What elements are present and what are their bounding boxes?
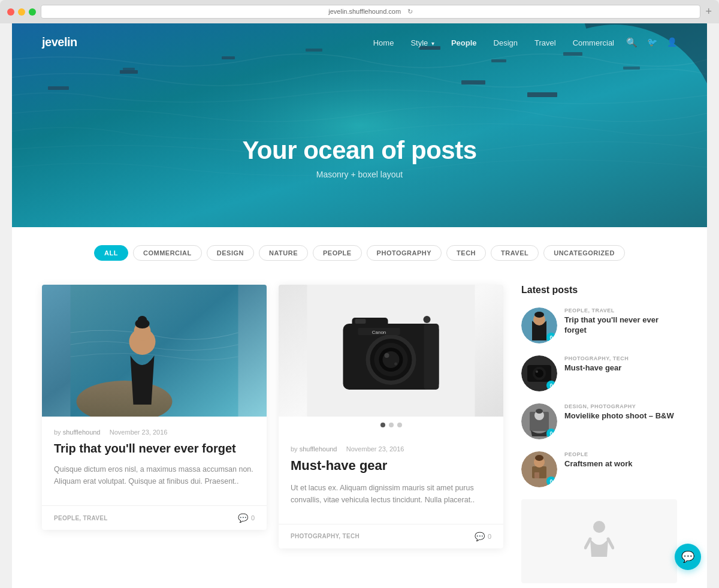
latest-post-2-cat: PHOTOGRAPHY, TECH — [564, 355, 629, 361]
page-wrapper: jevelin Home Style ▾ People Design Trave… — [12, 23, 707, 588]
post-card-2: Canon by shufflehound — [279, 285, 503, 548]
svg-point-40 — [535, 369, 543, 378]
svg-rect-29 — [424, 324, 439, 390]
post-2-title[interactable]: Must-have gear — [291, 457, 491, 475]
chat-bubble[interactable]: 💬 — [675, 544, 701, 570]
filter-nature[interactable]: NATURE — [259, 245, 308, 261]
url-text: jevelin.shufflehound.com — [328, 8, 401, 15]
sidebar: Latest posts 0 PEOPLE, TRAVEL Trip that … — [521, 285, 677, 583]
post-1-date: November 23, 2016 — [110, 429, 168, 436]
svg-rect-2 — [120, 70, 138, 74]
filter-section: ALL COMMERCIAL DESIGN NATURE PEOPLE PHOT… — [12, 227, 707, 273]
post-1-comments: 💬 0 — [238, 513, 255, 523]
user-icon[interactable]: 👤 — [667, 37, 677, 48]
post-1-title[interactable]: Trip that you'll never ever forget — [54, 441, 255, 456]
hero-content: Your ocean of posts Masonry + boxel layo… — [12, 136, 707, 179]
latest-post-2[interactable]: 0 PHOTOGRAPHY, TECH Must-have gear — [521, 355, 677, 391]
svg-point-45 — [536, 409, 543, 414]
nav-people[interactable]: People — [451, 38, 477, 47]
latest-post-1[interactable]: 0 PEOPLE, TRAVEL Trip that you'll never … — [521, 307, 677, 343]
comment-bubble-icon: 💬 — [238, 513, 248, 523]
svg-point-18 — [138, 316, 147, 325]
browser-dots — [7, 8, 36, 16]
svg-rect-10 — [461, 80, 485, 85]
latest-post-1-thumb: 0 — [521, 307, 557, 343]
svg-point-27 — [385, 353, 389, 358]
carousel-dot-3[interactable] — [397, 423, 402, 427]
filter-commercial[interactable]: COMMERCIAL — [133, 245, 202, 261]
sidebar-title: Latest posts — [521, 285, 677, 295]
latest-post-1-badge: 0 — [546, 333, 556, 342]
latest-post-1-title[interactable]: Trip that you'll never ever forget — [564, 315, 677, 336]
latest-post-1-cat: PEOPLE, TRAVEL — [564, 307, 677, 313]
address-bar[interactable]: jevelin.shufflehound.com ↻ — [41, 5, 700, 19]
post-2-image[interactable]: Canon — [279, 285, 503, 417]
nav-commercial[interactable]: Commercial — [573, 38, 614, 47]
latest-post-2-title[interactable]: Must-have gear — [564, 363, 629, 373]
post-2-author-label: by — [291, 445, 300, 453]
refresh-icon[interactable]: ↻ — [407, 8, 413, 15]
post-1-tags: PEOPLE, TRAVEL — [54, 515, 108, 521]
filter-tech[interactable]: TECH — [446, 245, 486, 261]
post-1-author-label: by — [54, 429, 63, 436]
nav-icons: 🔍 🐦 👤 — [626, 37, 677, 48]
post-1-footer: PEOPLE, TRAVEL 💬 0 — [42, 505, 267, 530]
svg-rect-11 — [527, 92, 557, 97]
svg-rect-12 — [48, 86, 69, 90]
sidebar-ad-icon — [584, 518, 614, 565]
post-1-comment-count: 0 — [251, 514, 255, 521]
filter-people[interactable]: PEOPLE — [313, 245, 362, 261]
latest-post-3-info: DESIGN, PHOTOGRAPHY Movielike photo shoo… — [564, 403, 674, 421]
dot-yellow — [18, 8, 25, 16]
filter-uncategorized[interactable]: UNCATEGORIZED — [543, 245, 625, 261]
latest-post-3-thumb: 0 — [521, 403, 557, 439]
svg-point-30 — [424, 316, 431, 323]
post-2-author: shufflehound — [300, 445, 337, 453]
latest-post-3[interactable]: 0 DESIGN, PHOTOGRAPHY Movielike photo sh… — [521, 403, 677, 439]
filter-travel[interactable]: TRAVEL — [491, 245, 539, 261]
svg-point-51 — [593, 521, 605, 533]
logo[interactable]: jevelin — [42, 35, 77, 49]
svg-rect-9 — [623, 67, 640, 70]
post-2-comment-count: 0 — [488, 533, 491, 540]
post-2-tags: PHOTOGRAPHY, TECH — [291, 533, 360, 539]
filter-photography[interactable]: PHOTOGRAPHY — [367, 245, 442, 261]
sidebar-ad — [521, 499, 677, 583]
post-2-date: November 23, 2016 — [346, 445, 404, 453]
hero-subtitle: Masonry + boxel layout — [12, 170, 707, 179]
svg-point-49 — [535, 455, 543, 461]
post-2-footer: PHOTOGRAPHY, TECH 💬 0 — [279, 524, 503, 548]
latest-post-4[interactable]: 0 PEOPLE Craftsmen at work — [521, 451, 677, 487]
nav-style[interactable]: Style ▾ — [410, 38, 434, 47]
post-1-image[interactable] — [42, 285, 267, 417]
filter-all[interactable]: ALL — [94, 245, 128, 261]
post-2-carousel — [279, 417, 503, 433]
post-2-meta: by shufflehound November 23, 2016 — [291, 445, 491, 453]
latest-post-4-thumb: 0 — [521, 451, 557, 487]
twitter-icon[interactable]: 🐦 — [647, 37, 657, 48]
post-1-body: by shufflehound November 23, 2016 Trip t… — [42, 417, 267, 505]
latest-post-3-badge: 0 — [546, 429, 556, 438]
carousel-dot-1[interactable] — [380, 423, 385, 427]
browser-chrome: jevelin.shufflehound.com ↻ + — [0, 0, 719, 23]
post-2-body: by shufflehound November 23, 2016 Must-h… — [279, 433, 503, 524]
nav-travel[interactable]: Travel — [534, 38, 556, 47]
svg-rect-33 — [355, 319, 366, 324]
chat-icon: 💬 — [681, 550, 694, 563]
search-icon[interactable]: 🔍 — [626, 37, 638, 48]
svg-point-36 — [534, 312, 544, 318]
new-tab-button[interactable]: + — [705, 5, 712, 18]
svg-rect-3 — [123, 68, 135, 70]
post-1-excerpt: Quisque dictum eros nisl, a maximus mass… — [54, 463, 255, 487]
carousel-dot-2[interactable] — [389, 423, 394, 427]
post-1-author: shufflehound — [63, 429, 101, 436]
nav-design[interactable]: Design — [494, 38, 518, 47]
filter-design[interactable]: DESIGN — [207, 245, 254, 261]
nav-home[interactable]: Home — [373, 38, 394, 47]
posts-grid: by shufflehound November 23, 2016 Trip t… — [42, 285, 503, 583]
post-card-1: by shufflehound November 23, 2016 Trip t… — [42, 285, 267, 530]
navbar: jevelin Home Style ▾ People Design Trave… — [12, 23, 707, 61]
latest-post-4-title[interactable]: Craftsmen at work — [564, 459, 632, 469]
latest-post-3-cat: DESIGN, PHOTOGRAPHY — [564, 403, 674, 409]
latest-post-3-title[interactable]: Movielike photo shoot – B&W — [564, 411, 674, 421]
